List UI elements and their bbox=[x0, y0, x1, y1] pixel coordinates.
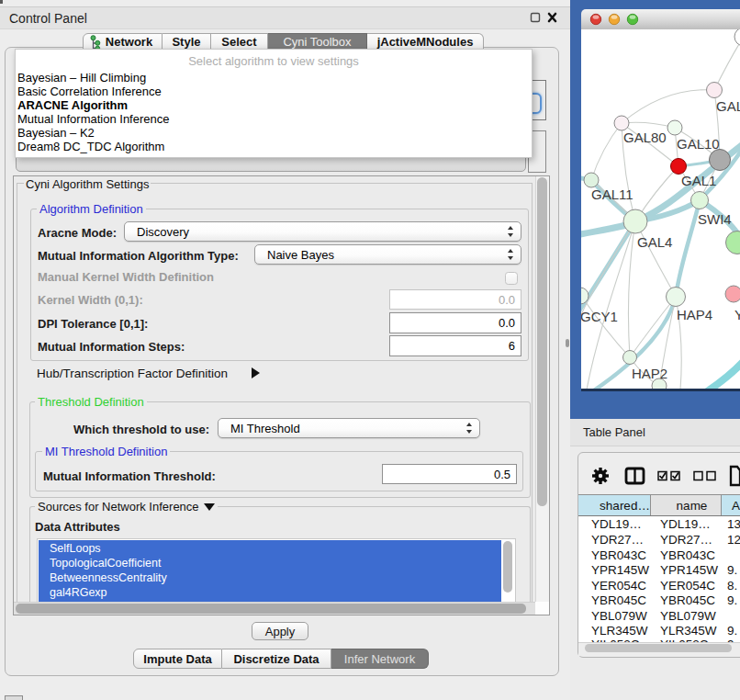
svg-text:Y: Y bbox=[734, 307, 740, 322]
svg-text:GCY1: GCY1 bbox=[581, 309, 618, 324]
svg-text:GAL11: GAL11 bbox=[591, 186, 633, 202]
svg-text:GAL1: GAL1 bbox=[681, 173, 716, 188]
svg-text:GAL10: GAL10 bbox=[677, 136, 720, 152]
svg-text:GAL4: GAL4 bbox=[637, 234, 672, 250]
svg-text:HAP4: HAP4 bbox=[677, 307, 712, 322]
svg-text:GAL80: GAL80 bbox=[623, 130, 667, 145]
svg-text:SWI4: SWI4 bbox=[698, 211, 732, 227]
svg-text:GAL: GAL bbox=[716, 98, 740, 114]
svg-text:HAP2: HAP2 bbox=[632, 366, 667, 381]
